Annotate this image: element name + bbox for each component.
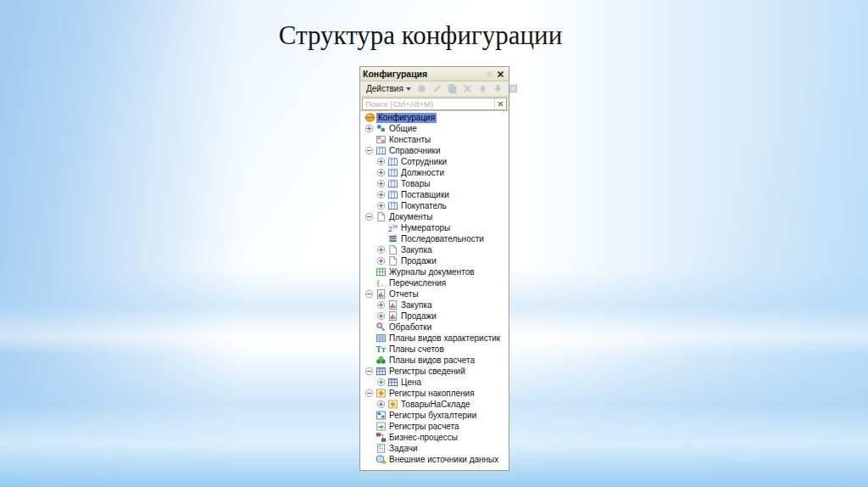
accumreg-icon	[375, 388, 387, 399]
tree-item-label: Регистры накопления	[387, 389, 476, 399]
actions-button[interactable]: Действия	[364, 83, 414, 94]
document-icon	[387, 255, 399, 266]
expand-icon[interactable]	[376, 311, 387, 322]
common-icon	[376, 123, 387, 134]
tree-item-закупка[interactable]: Закупка	[360, 299, 509, 311]
expand-icon[interactable]	[376, 156, 387, 167]
chart-accounts-icon: Tт	[376, 344, 387, 355]
tree-item-label: Поставщики	[399, 190, 451, 200]
add-icon[interactable]	[416, 83, 428, 95]
tree-item-label: Бизнес-процессы	[387, 433, 459, 443]
chevron-down-icon	[406, 87, 411, 91]
tree-item-конфигурация[interactable]: Конфигурация	[360, 112, 509, 123]
expand-icon[interactable]	[376, 244, 387, 255]
collapse-icon[interactable]	[364, 211, 375, 222]
tree-item-регистры-расчета[interactable]: Регистры расчета	[360, 421, 509, 432]
tree-item-общие[interactable]: Общие	[360, 123, 509, 134]
move-down-icon[interactable]	[492, 83, 504, 95]
expand-icon[interactable]	[376, 189, 387, 200]
tree-item-продажи[interactable]: Продажи	[360, 255, 509, 266]
collapse-icon[interactable]	[364, 145, 375, 156]
tree-item-сотрудники[interactable]: Сотрудники	[360, 156, 509, 167]
configuration-tree: КонфигурацияОбщиеКонстантыСправочникиСот…	[360, 110, 509, 470]
expand-icon[interactable]	[376, 399, 387, 410]
tree-item-обработки[interactable]: Обработки	[360, 322, 509, 333]
expand-icon[interactable]	[376, 299, 387, 311]
expander-spacer	[364, 134, 375, 145]
collapse-icon[interactable]	[364, 288, 375, 299]
tree-item-label: ТоварыНаСкладе	[399, 400, 472, 410]
sort-list-icon[interactable]	[508, 83, 520, 95]
expander-spacer	[364, 266, 375, 277]
tree-item-label: Продажи	[399, 311, 438, 322]
tree-item-товары[interactable]: Товары	[360, 178, 509, 189]
sequence-icon	[387, 233, 398, 244]
expand-icon[interactable]	[376, 178, 387, 189]
edit-icon[interactable]	[431, 83, 443, 95]
copy-icon[interactable]	[447, 83, 459, 95]
clear-search-icon[interactable]	[494, 98, 506, 109]
tree-item-label: Закупка	[399, 245, 434, 255]
report-icon	[387, 299, 399, 311]
tree-item-документы[interactable]: Документы	[360, 211, 509, 222]
expander-spacer	[364, 443, 375, 454]
tree-item-регистры-сведений[interactable]: Регистры сведений	[360, 366, 509, 377]
tree-item-label: Продажи	[399, 256, 438, 266]
expand-icon[interactable]	[376, 167, 387, 178]
accountingreg-icon	[376, 410, 387, 421]
window-options-icon[interactable]	[484, 69, 495, 79]
tree-item-бизнес-процессы[interactable]: Бизнес-процессы	[360, 432, 509, 443]
search-box	[362, 98, 507, 110]
search-input[interactable]	[363, 99, 494, 109]
panel-title: Конфигурация	[363, 69, 484, 79]
common-icon	[375, 123, 387, 134]
expander-spacer	[376, 233, 387, 244]
tree-item-регистры-накопления[interactable]: Регистры накопления	[360, 388, 509, 399]
collapse-icon[interactable]	[364, 388, 375, 399]
tree-item-константы[interactable]: Константы	[360, 134, 509, 145]
tree-item-внешние-источники-данных[interactable]: Внешние источники данных	[360, 454, 509, 465]
tree-item-label: Покупатель	[399, 201, 448, 211]
tree-item-последовательности[interactable]: Последовательности	[360, 233, 509, 244]
expand-icon[interactable]	[376, 255, 387, 266]
tree-item-label: Нумераторы	[399, 223, 452, 233]
tree-item-товарынаскладе[interactable]: ТоварыНаСкладе	[360, 399, 509, 410]
tree-item-покупатель[interactable]: Покупатель	[360, 200, 509, 211]
tree-item-продажи[interactable]: Продажи	[360, 311, 509, 322]
accumreg-icon	[376, 388, 387, 399]
tree-item-должности[interactable]: Должности	[360, 167, 509, 178]
catalog-icon	[387, 189, 398, 200]
tree-item-планы-счетов[interactable]: TтПланы счетов	[360, 344, 509, 355]
move-up-icon[interactable]	[477, 83, 489, 95]
tree-item-отчеты[interactable]: Отчеты	[360, 288, 509, 299]
catalog-icon	[387, 178, 398, 189]
business-process-icon	[376, 432, 387, 443]
delete-icon[interactable]	[462, 83, 474, 95]
tree-item-журналы-документов[interactable]: Журналы документов	[360, 266, 509, 277]
tree-item-планы-видов-расчета[interactable]: Планы видов расчета	[360, 355, 509, 366]
tree-item-задачи[interactable]: Задачи	[360, 443, 509, 454]
tree-item-label: Перечисления	[387, 278, 448, 288]
report-icon	[387, 311, 398, 322]
tree-item-справочники[interactable]: Справочники	[360, 145, 509, 156]
tree-item-поставщики[interactable]: Поставщики	[360, 189, 509, 200]
close-icon[interactable]	[495, 69, 506, 79]
collapse-icon[interactable]	[364, 366, 375, 377]
tree-item-label: Константы	[387, 135, 432, 145]
tree-item-закупка[interactable]: Закупка	[360, 244, 509, 255]
expand-icon[interactable]	[376, 377, 387, 388]
tree-item-нумераторы[interactable]: 234Нумераторы	[360, 222, 509, 233]
tree-item-label: Журналы документов	[387, 267, 476, 277]
enum-icon: {..}	[376, 277, 387, 288]
chart-accounts-icon: Tт	[375, 344, 387, 355]
tree-item-регистры-бухгалтерии[interactable]: Регистры бухгалтерии	[360, 410, 509, 421]
tree-item-планы-видов-характеристик[interactable]: Планы видов характеристик	[360, 333, 509, 344]
expander-spacer	[364, 344, 375, 355]
inforeg-icon	[375, 366, 387, 377]
inforeg-icon	[387, 377, 398, 388]
expand-icon[interactable]	[376, 200, 387, 211]
catalog-icon	[375, 145, 387, 156]
tree-item-цена[interactable]: Цена	[360, 377, 509, 388]
expand-icon[interactable]	[364, 123, 375, 134]
tree-item-перечисления[interactable]: {..}Перечисления	[360, 277, 509, 288]
